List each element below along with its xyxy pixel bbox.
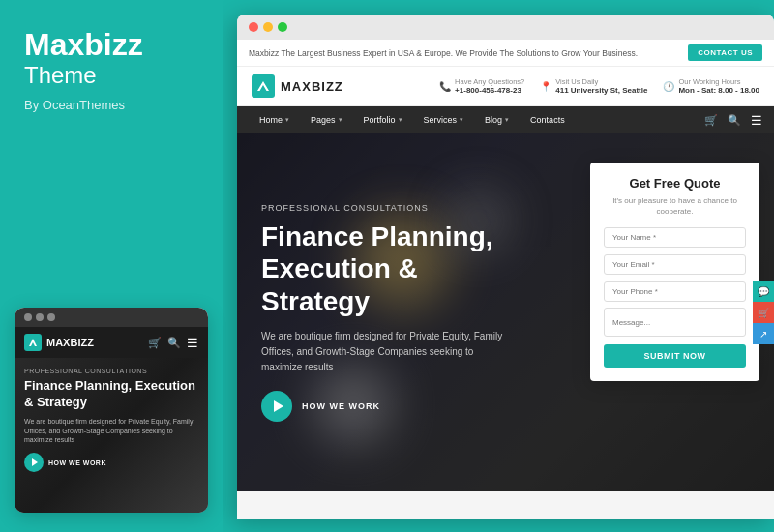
- brand-subtitle: Theme: [24, 62, 198, 90]
- mobile-hero-desc: We are boutique firm designed for Privat…: [24, 417, 198, 445]
- nav-items: Home▾ Pages▾ Portfolio▾ Services▾ Blog▾ …: [249, 106, 576, 133]
- brand-section: Maxbizz Theme By OceanThemes: [24, 29, 198, 112]
- sidebar-chat-icon[interactable]: 💬: [753, 281, 774, 302]
- mobile-dot-2: [36, 313, 44, 321]
- nav-item-pages[interactable]: Pages▾: [300, 106, 353, 133]
- services-chevron: ▾: [460, 116, 463, 124]
- announcement-bar: Maxbizz The Largest Business Expert in U…: [237, 40, 774, 67]
- desktop-logo-text: MAXBIZZ: [281, 79, 343, 94]
- nav-item-portfolio[interactable]: Portfolio▾: [353, 106, 413, 133]
- location-info: 📍 Visit Us Daily 411 University St, Seat…: [540, 77, 647, 95]
- desktop-logo: MAXBIZZ: [252, 74, 343, 98]
- hero-cta-label: HOW WE WORK: [302, 401, 380, 411]
- desktop-hero: PROFESSIONAL CONSULTATIONS Finance Plann…: [237, 133, 774, 491]
- mobile-dot-1: [24, 313, 32, 321]
- home-chevron: ▾: [285, 116, 289, 124]
- brand-title: Maxbizz: [24, 29, 198, 60]
- hero-cta-row: HOW WE WORK: [261, 391, 513, 422]
- mobile-hero-title: Finance Planning, Execution & Strategy: [24, 378, 198, 411]
- announcement-text: Maxbizz The Largest Business Expert in U…: [249, 48, 638, 58]
- hours-label: Our Working Hours: [678, 77, 759, 86]
- left-panel: Maxbizz Theme By OceanThemes MAXBIZZ 🛒 🔍: [0, 0, 223, 532]
- nav-cart-icon[interactable]: 🛒: [704, 114, 718, 127]
- contact-us-button[interactable]: CONTACT US: [688, 44, 762, 61]
- nav-search-icon[interactable]: 🔍: [728, 114, 741, 127]
- mobile-dot-3: [47, 313, 55, 321]
- desktop-nav: Home▾ Pages▾ Portfolio▾ Services▾ Blog▾ …: [237, 106, 774, 133]
- quote-name-input[interactable]: [604, 227, 746, 248]
- nav-item-blog[interactable]: Blog▾: [474, 106, 520, 133]
- nav-menu-icon[interactable]: ☰: [751, 113, 762, 128]
- nav-item-contacts[interactable]: Contacts: [520, 106, 576, 133]
- desktop-browser-bar: [237, 15, 774, 40]
- phone-label: Have Any Questions?: [455, 77, 524, 86]
- browser-dot-red: [249, 22, 258, 32]
- portfolio-chevron: ▾: [399, 116, 402, 124]
- hours-info: 🕐 Our Working Hours Mon - Sat: 8.00 - 18…: [663, 77, 759, 95]
- mobile-play-button[interactable]: [24, 453, 44, 472]
- mobile-logo-icon: [24, 334, 42, 351]
- mobile-logo-text: MAXBIZZ: [46, 337, 94, 348]
- mobile-how-text: HOW WE WORK: [48, 459, 106, 466]
- mobile-hero-btn-row: HOW WE WORK: [24, 453, 198, 472]
- mobile-nav: MAXBIZZ 🛒 🔍 ☰: [15, 327, 208, 358]
- quote-phone-input[interactable]: [604, 281, 746, 302]
- phone-info: 📞 Have Any Questions? +1-800-456-478-23: [439, 77, 524, 95]
- hero-content: PROFESSIONAL CONSULTATIONS Finance Plann…: [237, 174, 537, 452]
- hero-tag: PROFESSIONAL CONSULTATIONS: [261, 203, 513, 213]
- mobile-hero-content: PROFESSIONAL CONSULTATIONS Finance Plann…: [24, 368, 198, 472]
- location-label: Visit Us Daily: [555, 77, 647, 86]
- mobile-hero-tag: PROFESSIONAL CONSULTATIONS: [24, 368, 198, 374]
- phone-value: +1-800-456-478-23: [455, 86, 524, 95]
- browser-dot-green: [278, 22, 287, 32]
- mobile-cart-icon: 🛒: [148, 337, 162, 349]
- hero-title: Finance Planning, Execution & Strategy: [261, 221, 513, 318]
- quote-email-input[interactable]: [604, 254, 746, 275]
- quote-message-input[interactable]: [604, 308, 746, 337]
- desktop-logo-icon: [252, 74, 275, 98]
- brand-by: By OceanThemes: [24, 98, 198, 112]
- quote-form-title: Get Free Quote: [604, 176, 746, 191]
- desktop-nav-icon-group: 🛒 🔍 ☰: [704, 113, 762, 128]
- nav-item-services[interactable]: Services▾: [413, 106, 475, 133]
- blog-chevron: ▾: [505, 116, 509, 124]
- desktop-mockup: Maxbizz The Largest Business Expert in U…: [237, 15, 774, 519]
- mobile-top-bar: [15, 308, 208, 327]
- pages-chevron: ▾: [339, 116, 342, 124]
- mobile-search-icon: 🔍: [167, 337, 181, 349]
- browser-dot-yellow: [263, 22, 273, 32]
- mobile-mockup: MAXBIZZ 🛒 🔍 ☰ PROFESSIONAL CONSULTATIONS…: [15, 308, 208, 513]
- location-value: 411 University St, Seattle: [555, 86, 647, 95]
- sidebar-cart-icon[interactable]: 🛒: [753, 302, 774, 323]
- location-icon: 📍: [540, 81, 551, 92]
- desktop-header: MAXBIZZ 📞 Have Any Questions? +1-800-456…: [237, 67, 774, 106]
- phone-icon: 📞: [439, 81, 451, 92]
- hero-play-button[interactable]: [261, 391, 292, 422]
- clock-icon: 🕐: [663, 81, 674, 92]
- quote-form-subtitle: It's our pleasure to have a chance to co…: [604, 195, 746, 217]
- desktop-sidebar-icons: 💬 🛒 ↗: [753, 281, 774, 344]
- hours-value: Mon - Sat: 8.00 - 18.00: [678, 86, 759, 95]
- nav-item-home[interactable]: Home▾: [249, 106, 300, 133]
- quote-form: Get Free Quote It's our pleasure to have…: [590, 163, 759, 381]
- mobile-menu-icon: ☰: [187, 336, 198, 350]
- mobile-logo: MAXBIZZ: [24, 334, 94, 351]
- mobile-hero: PROFESSIONAL CONSULTATIONS Finance Plann…: [15, 358, 208, 513]
- hero-description: We are boutique firm designed for Privat…: [261, 329, 513, 375]
- sidebar-share-icon[interactable]: ↗: [753, 323, 774, 344]
- quote-submit-button[interactable]: SUBMIT NOW: [604, 344, 746, 368]
- mobile-nav-icons: 🛒 🔍 ☰: [148, 336, 198, 350]
- desktop-header-info: 📞 Have Any Questions? +1-800-456-478-23 …: [439, 77, 759, 95]
